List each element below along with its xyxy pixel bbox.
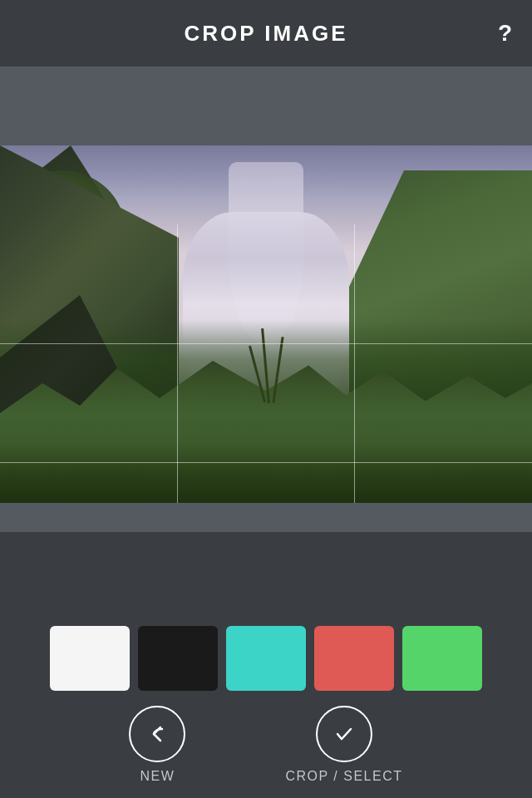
new-button-label: NEW <box>140 769 175 784</box>
crop-button-circle[interactable] <box>316 706 372 762</box>
help-button[interactable]: ? <box>498 20 512 47</box>
image-area[interactable] <box>0 66 532 532</box>
back-arrow-icon <box>144 721 170 747</box>
plants-foreground <box>239 320 306 403</box>
crop-select-button-label: CROP / SELECT <box>285 769 402 784</box>
page-title: CROP IMAGE <box>184 21 347 47</box>
crop-select-button[interactable]: CROP / SELECT <box>285 706 402 784</box>
swatch-coral[interactable] <box>314 626 394 691</box>
swatch-cyan[interactable] <box>226 626 306 691</box>
action-buttons-row: NEW CROP / SELECT <box>129 706 402 784</box>
bottom-toolbar: NEW CROP / SELECT <box>0 611 532 798</box>
image-canvas[interactable] <box>0 145 532 503</box>
waterfall-scene <box>0 145 532 503</box>
color-swatches-row <box>50 626 482 691</box>
header: CROP IMAGE ? <box>0 0 532 66</box>
swatch-green[interactable] <box>402 626 482 691</box>
swatch-black[interactable] <box>138 626 218 691</box>
new-button-circle[interactable] <box>129 706 185 762</box>
new-button[interactable]: NEW <box>129 706 185 784</box>
swatch-white[interactable] <box>50 626 130 691</box>
checkmark-icon <box>331 721 357 747</box>
